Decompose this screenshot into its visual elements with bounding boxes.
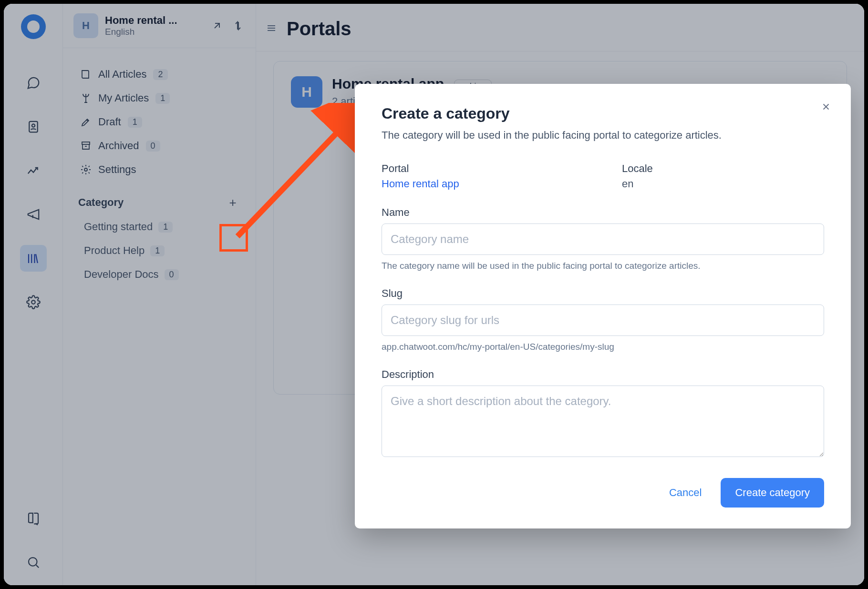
sidebar: H Home rental ... English All Articles 2…: [63, 4, 256, 585]
create-category-modal: Create a category The category will be u…: [355, 84, 851, 528]
sidebar-item-label: Settings: [98, 163, 136, 176]
reports-icon[interactable]: [20, 157, 47, 184]
locale-field-value: en: [622, 178, 824, 190]
add-category-button[interactable]: +: [225, 195, 240, 210]
nav-rail: [4, 4, 63, 585]
category-item[interactable]: Product Help 1: [73, 239, 245, 263]
count-badge: 1: [150, 245, 165, 256]
archive-icon: [80, 140, 92, 152]
sidebar-item-label: Draft: [98, 116, 121, 128]
sidebar-item-settings[interactable]: Settings: [73, 158, 245, 182]
category-item[interactable]: Developer Docs 0: [73, 263, 245, 286]
draft-icon: [80, 116, 92, 128]
sidebar-item-archived[interactable]: Archived 0: [73, 134, 245, 158]
main-header: Portals: [256, 4, 864, 51]
trident-icon: [80, 92, 92, 104]
sidebar-item-draft[interactable]: Draft 1: [73, 110, 245, 134]
docs-icon[interactable]: [20, 505, 47, 532]
svg-point-3: [29, 558, 37, 566]
portal-field-label: Portal: [382, 162, 584, 175]
description-label: Description: [382, 368, 824, 381]
close-icon[interactable]: [818, 99, 834, 114]
category-section-label: Category: [78, 196, 124, 209]
sidebar-item-label: All Articles: [98, 68, 146, 81]
campaigns-icon[interactable]: [20, 201, 47, 228]
slug-hint: app.chatwoot.com/hc/my-portal/en-US/cate…: [382, 342, 824, 352]
sidebar-item-label: My Articles: [98, 92, 149, 104]
open-external-icon[interactable]: [210, 19, 224, 33]
category-label: Product Help: [84, 244, 145, 257]
helpcenter-icon[interactable]: [20, 245, 47, 272]
category-label: Getting started: [84, 221, 153, 233]
category-slug-input[interactable]: [382, 305, 824, 336]
locale-field-label: Locale: [622, 162, 824, 175]
category-label: Developer Docs: [84, 268, 159, 281]
count-badge: 0: [146, 141, 160, 152]
slug-label: Slug: [382, 287, 824, 300]
swap-icon[interactable]: [231, 19, 245, 33]
contacts-icon[interactable]: [20, 113, 47, 140]
count-badge: 1: [158, 222, 173, 233]
settings-icon[interactable]: [20, 289, 47, 315]
count-badge: 1: [155, 93, 170, 104]
sidebar-item-my-articles[interactable]: My Articles 1: [73, 86, 245, 110]
category-item[interactable]: Getting started 1: [73, 215, 245, 239]
create-category-button[interactable]: Create category: [721, 478, 824, 508]
gear-icon: [80, 164, 92, 175]
count-badge: 1: [128, 117, 142, 128]
menu-icon[interactable]: [266, 22, 277, 36]
name-label: Name: [382, 206, 824, 219]
book-icon: [80, 69, 92, 80]
portal-avatar: H: [73, 13, 98, 38]
svg-point-2: [31, 300, 35, 304]
svg-point-1: [31, 124, 34, 127]
app-window: H Home rental ... English All Articles 2…: [4, 4, 864, 585]
page-title: Portals: [287, 18, 351, 40]
portal-field-value: Home rental app: [382, 178, 584, 190]
portal-name: Home rental ...: [105, 14, 203, 27]
sidebar-item-all-articles[interactable]: All Articles 2: [73, 62, 245, 86]
cancel-button[interactable]: Cancel: [664, 480, 706, 506]
app-logo: [21, 14, 46, 39]
svg-rect-4: [82, 142, 90, 144]
count-badge: 0: [165, 269, 179, 280]
search-icon[interactable]: [20, 549, 47, 576]
portal-switcher[interactable]: H Home rental ... English: [63, 4, 256, 48]
portal-locale: English: [105, 27, 203, 37]
name-hint: The category name will be used in the pu…: [382, 261, 824, 271]
sidebar-item-label: Archived: [98, 140, 139, 152]
count-badge: 2: [153, 69, 167, 80]
svg-point-5: [84, 168, 87, 171]
category-description-input[interactable]: [382, 386, 824, 457]
modal-title: Create a category: [382, 105, 824, 122]
chat-icon[interactable]: [20, 70, 47, 96]
category-name-input[interactable]: [382, 223, 824, 255]
portal-card-avatar: H: [291, 76, 322, 108]
modal-lead: The category will be used in the public …: [382, 129, 824, 142]
